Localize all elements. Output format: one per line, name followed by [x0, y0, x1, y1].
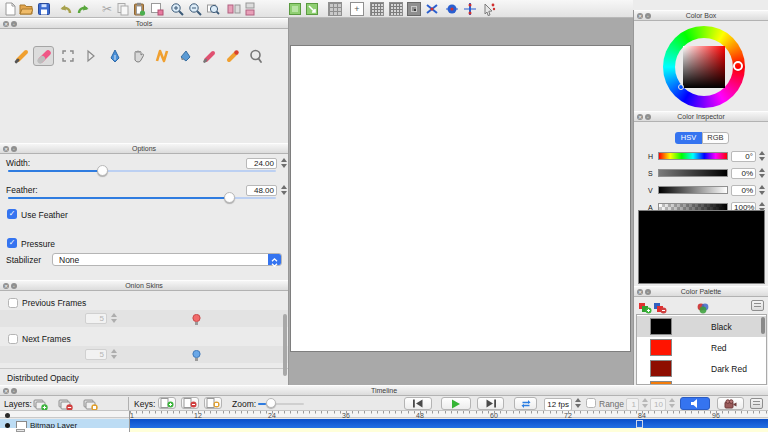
float-icon[interactable]: ◦: [645, 114, 651, 120]
undo-icon[interactable]: [58, 2, 72, 16]
zoom-out-icon[interactable]: [188, 2, 202, 16]
pointer-overlay-icon[interactable]: [482, 2, 496, 16]
h-value[interactable]: 0°: [731, 151, 756, 162]
flip-horizontal-icon[interactable]: [227, 2, 241, 16]
previous-frames-stepper[interactable]: [110, 313, 117, 323]
float-icon[interactable]: ◦: [11, 21, 17, 27]
jump-to-start-button[interactable]: [404, 397, 432, 410]
width-slider[interactable]: [8, 165, 276, 176]
polyline-tool[interactable]: [151, 46, 172, 66]
move-tool[interactable]: [80, 46, 101, 66]
next-frames-stepper[interactable]: [110, 349, 117, 359]
hand-tool[interactable]: [127, 46, 148, 66]
s-stepper[interactable]: [758, 168, 765, 178]
previous-frames-checkbox[interactable]: [8, 298, 18, 308]
cut-icon[interactable]: ✂: [100, 2, 114, 16]
stabilizer-dropdown[interactable]: None: [52, 253, 282, 266]
close-icon[interactable]: ✕: [3, 388, 9, 394]
overlay-safe-areas-icon[interactable]: [407, 2, 421, 16]
select-tool[interactable]: [57, 46, 78, 66]
s-value[interactable]: 0%: [731, 168, 756, 179]
zoom-in-icon[interactable]: [170, 2, 184, 16]
next-frames-checkbox[interactable]: [8, 334, 18, 344]
h-stepper[interactable]: [758, 151, 765, 161]
h-slider[interactable]: [658, 152, 728, 160]
loop-button[interactable]: [514, 397, 537, 410]
tab-rgb[interactable]: RGB: [702, 132, 729, 144]
float-icon[interactable]: ◦: [11, 388, 17, 394]
brush-tool[interactable]: [221, 46, 242, 66]
next-frames-value[interactable]: 5: [85, 349, 107, 360]
canvas[interactable]: [290, 45, 631, 352]
range-start-stepper[interactable]: [641, 398, 648, 408]
new-file-icon[interactable]: [3, 2, 17, 16]
palette-menu-icon[interactable]: [751, 300, 764, 311]
save-icon[interactable]: [37, 2, 51, 16]
onion-panel-scrollbar[interactable]: [283, 314, 287, 376]
timeline-menu-icon[interactable]: [750, 398, 763, 409]
previous-frames-value[interactable]: 5: [85, 313, 107, 324]
pencil-tool[interactable]: [10, 46, 31, 66]
v-value[interactable]: 0%: [731, 185, 756, 196]
close-icon[interactable]: ✕: [3, 283, 9, 289]
close-icon[interactable]: ✕: [3, 146, 9, 152]
redo-icon[interactable]: [77, 2, 91, 16]
deselect-icon[interactable]: [305, 2, 319, 16]
smudge-tool[interactable]: [245, 46, 266, 66]
feather-stepper[interactable]: [280, 185, 287, 195]
overlay-center-icon[interactable]: +: [350, 2, 364, 16]
timeline-zoom-slider[interactable]: [258, 398, 304, 409]
swatch-row-black[interactable]: Black: [637, 316, 766, 337]
close-icon[interactable]: ✕: [3, 21, 9, 27]
s-slider[interactable]: [658, 169, 728, 177]
float-icon[interactable]: ◦: [645, 289, 651, 295]
playhead-marker[interactable]: [636, 420, 643, 428]
hue-selector[interactable]: [733, 61, 743, 71]
add-key-button[interactable]: [158, 397, 176, 409]
crop-icon[interactable]: [150, 2, 164, 16]
eyedropper-tool[interactable]: [198, 46, 219, 66]
sv-selector[interactable]: [678, 84, 684, 90]
overlay-perspective-3-icon[interactable]: [463, 2, 477, 16]
open-file-icon[interactable]: [19, 2, 33, 16]
overlay-perspective-2-icon[interactable]: [445, 2, 459, 16]
float-icon[interactable]: ◦: [645, 13, 651, 19]
overlay-golden-icon[interactable]: [389, 2, 403, 16]
select-all-icon[interactable]: [288, 2, 302, 16]
swatch-row-dark-red[interactable]: Dark Red: [637, 358, 766, 379]
overlay-perspective-1-icon[interactable]: [425, 2, 439, 16]
swatch-row-red[interactable]: Red: [637, 337, 766, 358]
tab-hsv[interactable]: HSV: [675, 132, 702, 144]
float-icon[interactable]: ◦: [11, 146, 17, 152]
remove-key-button[interactable]: [181, 397, 199, 409]
v-stepper[interactable]: [758, 185, 765, 195]
copy-icon[interactable]: [116, 2, 130, 16]
sound-toggle-button[interactable]: [680, 397, 710, 410]
sound-scrub-button[interactable]: [717, 397, 744, 410]
palette-scrollbar[interactable]: [761, 317, 765, 334]
v-slider[interactable]: [658, 186, 728, 194]
eraser-tool[interactable]: [33, 46, 54, 66]
duplicate-key-button[interactable]: [204, 397, 222, 409]
pressure-checkbox[interactable]: ✓: [7, 238, 17, 248]
flip-vertical-icon[interactable]: [243, 2, 257, 16]
paste-icon[interactable]: [132, 2, 146, 16]
jump-to-end-button[interactable]: [477, 397, 504, 410]
sv-square[interactable]: [683, 46, 725, 88]
use-feather-checkbox[interactable]: ✓: [7, 209, 17, 219]
overlay-thirds-icon[interactable]: [370, 2, 384, 16]
float-icon[interactable]: ◦: [11, 283, 17, 289]
range-checkbox[interactable]: [586, 398, 596, 408]
width-stepper[interactable]: [280, 158, 287, 168]
close-icon[interactable]: ✕: [637, 13, 643, 19]
pen-tool[interactable]: [104, 46, 125, 66]
play-button[interactable]: [441, 397, 471, 410]
feather-slider[interactable]: [8, 192, 276, 203]
frame-ruler[interactable]: 1 12 24 36 48 60 72 84 96: [130, 411, 768, 419]
bucket-tool[interactable]: [174, 46, 195, 66]
color-wheel[interactable]: [663, 26, 745, 108]
range-end-stepper[interactable]: [668, 398, 675, 408]
grid-icon[interactable]: [328, 2, 342, 16]
reset-zoom-icon[interactable]: [206, 2, 220, 16]
close-icon[interactable]: ✕: [637, 114, 643, 120]
